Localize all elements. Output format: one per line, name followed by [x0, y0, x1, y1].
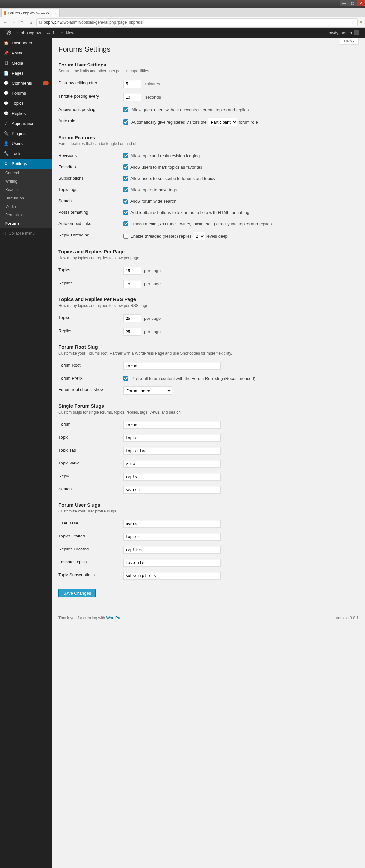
- sidebar-item-dashboard[interactable]: 🏠Dashboard: [0, 38, 52, 48]
- tab-close-icon[interactable]: ×: [55, 11, 57, 15]
- browser-tab[interactable]: Forums ‹ bbp.wp.nw — W… ×: [1, 9, 60, 17]
- disallow-editing-input[interactable]: [123, 80, 142, 88]
- reload-icon[interactable]: ⟳: [20, 20, 25, 25]
- topic-view-slug-input[interactable]: [123, 460, 221, 468]
- unit-label: per page: [144, 316, 161, 321]
- footer-version: Version 3.8.1: [336, 616, 359, 620]
- topic-tags-checkbox[interactable]: [123, 187, 128, 192]
- auto-role-checkbox[interactable]: [123, 119, 128, 125]
- field-label: Reply: [58, 470, 123, 483]
- throttle-input[interactable]: [123, 93, 142, 101]
- sidebar-item-tools[interactable]: 🔧Tools: [0, 149, 52, 159]
- forum-root-show-select[interactable]: Forum Index: [123, 386, 172, 395]
- sidebar-item-appearance[interactable]: 🖌Appearance: [0, 118, 52, 128]
- reply-threading-checkbox[interactable]: [123, 234, 128, 239]
- topics-per-rss-input[interactable]: [123, 314, 142, 322]
- window-titlebar: — ▢ ✕: [0, 0, 365, 8]
- sidebar-item-settings[interactable]: ⚙Settings: [0, 159, 52, 169]
- submenu-item-permalinks[interactable]: Permalinks: [0, 211, 52, 219]
- collapse-label: Collapse menu: [9, 231, 35, 236]
- bookmark-star-icon[interactable]: ☆: [352, 20, 355, 25]
- tools-icon: 🔧: [3, 151, 9, 156]
- replies-created-slug-input[interactable]: [123, 546, 221, 554]
- submenu-item-forums[interactable]: Forums: [0, 219, 52, 228]
- field-label: Subscriptions: [58, 173, 123, 184]
- favorite-topics-slug-input[interactable]: [123, 559, 221, 567]
- user-base-slug-input[interactable]: [123, 520, 221, 528]
- forum-root-input[interactable]: [123, 362, 221, 370]
- sidebar-item-comments[interactable]: 💬Comments1: [0, 78, 52, 88]
- section-heading-user-slugs: Forum User Slugs: [58, 502, 359, 508]
- submenu-item-discussion[interactable]: Discussion: [0, 194, 52, 203]
- favorites-checkbox[interactable]: [123, 164, 128, 169]
- site-name: bbp.wp.nw: [21, 30, 41, 35]
- search-slug-input[interactable]: [123, 486, 221, 494]
- field-label: Topics Started: [58, 530, 123, 543]
- reply-slug-input[interactable]: [123, 473, 221, 481]
- sidebar-item-pages[interactable]: 📄Pages: [0, 68, 52, 78]
- anonymous-posting-checkbox[interactable]: [123, 107, 128, 112]
- field-label: Replies: [58, 277, 123, 291]
- new-content-menu[interactable]: ＋New: [57, 28, 77, 38]
- auto-embed-links-checkbox[interactable]: [123, 221, 128, 226]
- unit-label: seconds: [145, 95, 161, 100]
- comments-icon: 💬: [3, 81, 9, 86]
- field-label: Post Formatting: [58, 207, 123, 218]
- forum-prefix-checkbox[interactable]: [123, 376, 128, 381]
- forward-icon[interactable]: →: [11, 20, 17, 25]
- topic-subscriptions-slug-input[interactable]: [123, 572, 221, 580]
- reply-threading-select[interactable]: 2: [193, 232, 205, 240]
- unit-label: minutes: [145, 82, 160, 86]
- revisions-checkbox[interactable]: [123, 153, 128, 158]
- site-name-menu[interactable]: ⌂bbp.wp.nw: [13, 28, 43, 38]
- unit-label: per page: [144, 268, 161, 273]
- submenu-item-reading[interactable]: Reading: [0, 186, 52, 194]
- sidebar-item-forums[interactable]: 💬Forums: [0, 88, 52, 98]
- search-checkbox[interactable]: [123, 198, 128, 204]
- topic-slug-input[interactable]: [123, 434, 221, 442]
- topics-started-slug-input[interactable]: [123, 533, 221, 541]
- browser-chrome: — ▢ ✕ Forums ‹ bbp.wp.nw — W… × ← → ⟳ ⌂ …: [0, 0, 365, 28]
- url-path: /wp-admin/options-general.php?page=bbpre…: [62, 20, 143, 25]
- submenu-item-writing[interactable]: Writing: [0, 177, 52, 186]
- subscriptions-checkbox[interactable]: [123, 176, 128, 181]
- home-icon[interactable]: ⌂: [28, 20, 34, 25]
- sidebar-item-media[interactable]: 🎞Media: [0, 58, 52, 68]
- window-maximize-button[interactable]: ▢: [348, 0, 357, 6]
- wp-logo-menu[interactable]: ⓦ: [3, 28, 13, 38]
- topics-per-page-input[interactable]: [123, 267, 142, 275]
- field-label: Revisions: [58, 150, 123, 161]
- sidebar-item-label: Media: [12, 61, 23, 65]
- auto-role-select[interactable]: Participant: [208, 118, 238, 126]
- window-minimize-button[interactable]: —: [340, 0, 348, 6]
- sidebar-item-users[interactable]: 👤Users: [0, 138, 52, 149]
- field-label: Forum Prefix: [58, 372, 123, 384]
- replies-per-rss-input[interactable]: [123, 328, 142, 336]
- browser-tab-title: Forums ‹ bbp.wp.nw — W…: [8, 11, 53, 15]
- forum-slug-input[interactable]: [123, 421, 221, 429]
- section-heading-features: Forum Features: [58, 134, 359, 140]
- sidebar-item-posts[interactable]: 📌Posts: [0, 48, 52, 58]
- replies-per-page-input[interactable]: [123, 280, 142, 288]
- wp-adminbar: ⓦ ⌂bbp.wp.nw 🗨1 ＋New Howdy, admin: [0, 28, 365, 38]
- submenu-item-general[interactable]: General: [0, 169, 52, 177]
- collapse-menu-button[interactable]: ◁ Collapse menu: [0, 228, 52, 239]
- sidebar-item-replies[interactable]: 💬Replies: [0, 108, 52, 118]
- field-label: Forum Root: [58, 360, 123, 372]
- account-menu[interactable]: Howdy, admin: [323, 28, 362, 38]
- submenu-item-media[interactable]: Media: [0, 203, 52, 211]
- topic-tag-slug-input[interactable]: [123, 447, 221, 455]
- sidebar-item-plugins[interactable]: 🔌Plugins: [0, 128, 52, 138]
- post-formatting-checkbox[interactable]: [123, 210, 128, 215]
- footer-wordpress-link[interactable]: WordPress: [106, 616, 125, 620]
- sidebar-item-topics[interactable]: 💬Topics: [0, 98, 52, 108]
- address-bar[interactable]: 🗋 bbp.wp.nw/wp-admin/options-general.php…: [36, 19, 358, 26]
- save-changes-button[interactable]: Save Changes: [58, 589, 96, 597]
- comments-menu[interactable]: 🗨1: [43, 28, 57, 38]
- field-label: Replies: [58, 325, 123, 338]
- window-close-button[interactable]: ✕: [357, 0, 365, 6]
- section-desc: Customize your Forums root. Partner with…: [58, 351, 359, 355]
- back-icon[interactable]: ←: [3, 20, 8, 25]
- help-tab[interactable]: Help: [340, 38, 359, 45]
- browser-menu-icon[interactable]: ≡: [360, 20, 362, 25]
